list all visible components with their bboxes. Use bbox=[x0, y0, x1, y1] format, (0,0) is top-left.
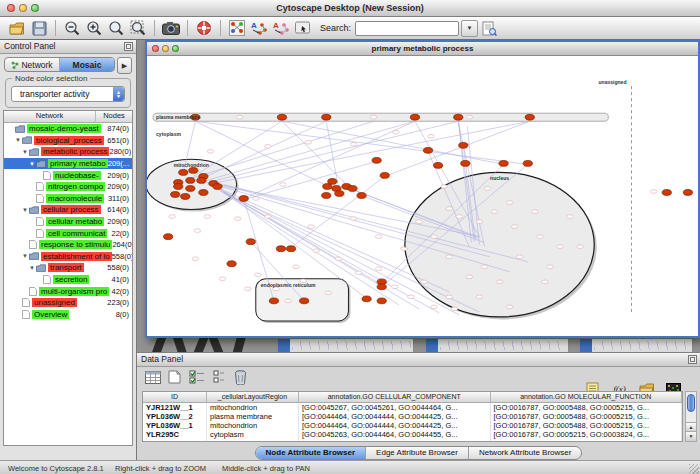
graph-node[interactable] bbox=[377, 298, 386, 304]
expander-icon[interactable]: ▼ bbox=[28, 161, 36, 167]
graph-node[interactable] bbox=[683, 190, 692, 196]
graph-node[interactable] bbox=[433, 162, 442, 168]
tree-header[interactable]: Network Nodes bbox=[4, 111, 132, 123]
nucleus-region[interactable] bbox=[405, 172, 594, 317]
graph-node[interactable] bbox=[179, 170, 188, 176]
graph-node[interactable] bbox=[525, 114, 534, 120]
graph-node[interactable] bbox=[423, 147, 432, 153]
plasma-membrane-region[interactable] bbox=[153, 113, 608, 121]
tree-row[interactable]: ▼metabolic process280(0) bbox=[4, 146, 132, 158]
background-window-1[interactable] bbox=[277, 338, 414, 352]
open-file-icon[interactable] bbox=[7, 19, 27, 38]
zoom-fit-icon[interactable] bbox=[128, 19, 148, 38]
close-window-button[interactable] bbox=[7, 4, 15, 12]
net-zoom-button[interactable] bbox=[172, 45, 179, 52]
tree-row[interactable]: nitrogen compo209(0) bbox=[4, 181, 132, 193]
graph-node[interactable] bbox=[199, 190, 208, 196]
expander-icon[interactable]: ▼ bbox=[21, 253, 29, 259]
graph-node[interactable] bbox=[499, 160, 508, 166]
resize-grip[interactable] bbox=[689, 464, 699, 474]
graph-node[interactable] bbox=[322, 114, 331, 120]
advanced-search-icon[interactable] bbox=[479, 19, 499, 38]
graph-node[interactable] bbox=[277, 114, 286, 120]
tree-row[interactable]: ▼cellular process614(0) bbox=[4, 204, 132, 216]
graph-node[interactable] bbox=[286, 246, 295, 252]
tree-row[interactable]: mosaic-demo-yeast874(0) bbox=[4, 123, 132, 135]
tree-row[interactable]: ▼transport558(0) bbox=[4, 262, 132, 274]
tree-col-nodes[interactable]: Nodes bbox=[96, 111, 132, 122]
network-graph[interactable]: plasma membranecytoplasmmitochondrionnuc… bbox=[147, 56, 698, 336]
graph-node[interactable] bbox=[335, 191, 344, 197]
scroll-down-button[interactable]: ▼ bbox=[686, 431, 696, 441]
float-panel-icon[interactable] bbox=[124, 42, 133, 51]
attribute-tab[interactable]: Edge Attribute Browser bbox=[366, 447, 469, 459]
graph-node[interactable] bbox=[246, 239, 255, 245]
graph-node[interactable] bbox=[181, 194, 190, 200]
graph-node[interactable] bbox=[227, 261, 236, 267]
table-scrollbar[interactable]: ▲ ▼ bbox=[685, 391, 697, 442]
filter-network-icon[interactable]: A bbox=[271, 19, 291, 38]
zoom-out-icon[interactable] bbox=[62, 19, 82, 38]
expander-icon[interactable]: ▼ bbox=[21, 149, 29, 155]
graph-node[interactable] bbox=[380, 173, 389, 179]
tree-row[interactable]: unassigned223(0) bbox=[4, 297, 132, 309]
network-canvas[interactable]: plasma membranecytoplasmmitochondrionnuc… bbox=[147, 56, 698, 336]
tree-row[interactable]: nucleobase-209(0) bbox=[4, 169, 132, 181]
tree-col-network[interactable]: Network bbox=[4, 111, 96, 122]
network-manager-icon[interactable] bbox=[227, 19, 247, 38]
vizmapper-icon[interactable]: A bbox=[249, 19, 269, 38]
net-close-button[interactable] bbox=[152, 45, 159, 52]
zoom-in-icon[interactable] bbox=[84, 19, 104, 38]
graph-node[interactable] bbox=[322, 193, 331, 199]
graph-node[interactable] bbox=[276, 246, 285, 252]
data-panel-float-icon[interactable] bbox=[688, 355, 697, 364]
table-column-header[interactable]: annotation.GO MOLECULAR_FUNCTION bbox=[491, 392, 683, 402]
network-window-titlebar[interactable]: primary metabolic process bbox=[147, 42, 698, 56]
graph-node[interactable] bbox=[197, 178, 206, 184]
graph-node[interactable] bbox=[662, 190, 671, 196]
image-export-icon[interactable] bbox=[161, 19, 181, 38]
expander-icon[interactable]: ▼ bbox=[28, 265, 36, 271]
minimize-window-button[interactable] bbox=[19, 4, 27, 12]
search-input[interactable] bbox=[355, 21, 459, 36]
graph-node[interactable] bbox=[454, 114, 463, 120]
tree-row[interactable]: Overview8(0) bbox=[4, 309, 132, 321]
help-lifering-icon[interactable] bbox=[194, 19, 214, 38]
save-session-icon[interactable] bbox=[29, 19, 49, 38]
tree-row[interactable]: macromolecule311(0) bbox=[4, 193, 132, 205]
select-attributes-icon[interactable] bbox=[187, 368, 206, 386]
attribute-table-header[interactable]: ID_cellularLayoutRegionannotation.GO CEL… bbox=[143, 392, 682, 403]
app-titlebar[interactable]: Cytoscape Desktop (New Session) bbox=[0, 0, 700, 17]
graph-node[interactable] bbox=[239, 196, 248, 202]
graph-node[interactable] bbox=[459, 142, 468, 148]
graph-node[interactable] bbox=[186, 186, 195, 192]
new-attribute-icon[interactable] bbox=[165, 368, 184, 386]
graph-node[interactable] bbox=[213, 184, 222, 190]
table-row[interactable]: YLR295Ccytoplasm[GO:0045263, GO:0044464,… bbox=[143, 430, 682, 439]
graph-node[interactable] bbox=[269, 298, 278, 304]
tree-row[interactable]: ▼biological_process651(0) bbox=[4, 135, 132, 147]
attribute-tab[interactable]: Network Attribute Browser bbox=[469, 447, 581, 459]
tree-row[interactable]: cellular metabo209(0) bbox=[4, 216, 132, 228]
background-window-2[interactable] bbox=[425, 338, 569, 352]
background-window-overview[interactable] bbox=[149, 336, 259, 352]
tree-row[interactable]: cell communicat22(0) bbox=[4, 227, 132, 239]
tab-mosaic[interactable]: Mosaic bbox=[60, 58, 114, 71]
attribute-tab[interactable]: Node Attribute Browser bbox=[256, 447, 367, 459]
zoom-selected-icon[interactable] bbox=[106, 19, 126, 38]
background-window-3[interactable] bbox=[579, 338, 693, 352]
table-column-header[interactable]: ID bbox=[143, 392, 207, 402]
table-column-header[interactable]: _cellularLayoutRegion bbox=[207, 392, 299, 402]
tab-scroll-right-button[interactable]: ▶ bbox=[117, 57, 132, 74]
graph-node[interactable] bbox=[348, 186, 357, 192]
graph-node[interactable] bbox=[362, 296, 371, 302]
node-color-select[interactable]: transporter activity ▲▼ bbox=[11, 86, 125, 102]
tree-row[interactable]: ▼primary metabo209(... bbox=[4, 158, 132, 170]
delete-attribute-icon[interactable] bbox=[231, 368, 250, 386]
graph-node[interactable] bbox=[523, 160, 532, 166]
tree-row[interactable]: multi-organism pro42(0) bbox=[4, 285, 132, 297]
annotation-select-icon[interactable] bbox=[293, 19, 313, 38]
unselect-attributes-icon[interactable] bbox=[209, 368, 228, 386]
tree-row[interactable]: secretion41(0) bbox=[4, 274, 132, 286]
tab-network[interactable]: Network bbox=[5, 58, 60, 71]
